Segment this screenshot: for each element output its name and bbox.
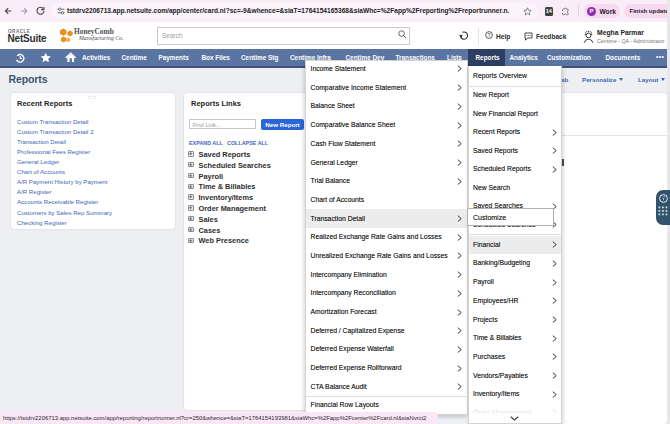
svg-text:?: ? <box>488 32 491 38</box>
